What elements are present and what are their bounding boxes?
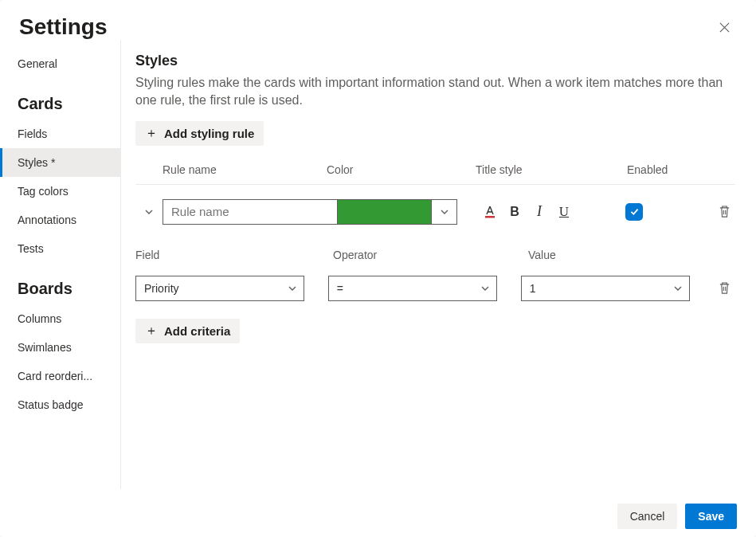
font-color-button[interactable] bbox=[483, 205, 497, 219]
enabled-checkbox[interactable] bbox=[625, 203, 643, 221]
sidebar: General Cards Fields Styles * Tag colors… bbox=[0, 40, 121, 489]
sidebar-item-general[interactable]: General bbox=[0, 49, 120, 78]
add-styling-rule-button[interactable]: ＋ Add styling rule bbox=[135, 121, 264, 146]
chevron-down-icon bbox=[288, 284, 297, 293]
col-header-title-style: Title style bbox=[476, 163, 627, 176]
chevron-down-icon bbox=[480, 284, 490, 293]
chevron-down-icon bbox=[144, 207, 154, 217]
color-picker[interactable] bbox=[337, 199, 457, 225]
section-description: Styling rules make the cards with import… bbox=[135, 74, 735, 110]
close-icon bbox=[719, 22, 731, 33]
rule-name-input[interactable] bbox=[163, 199, 338, 225]
expand-toggle[interactable] bbox=[135, 207, 163, 217]
save-button[interactable]: Save bbox=[685, 504, 737, 529]
sidebar-item-styles[interactable]: Styles * bbox=[0, 148, 120, 177]
font-color-icon bbox=[484, 205, 496, 219]
sidebar-item-annotations[interactable]: Annotations bbox=[0, 206, 120, 234]
plus-icon: ＋ bbox=[145, 324, 158, 337]
criteria-header-value: Value bbox=[528, 249, 735, 261]
col-header-color: Color bbox=[327, 163, 476, 176]
criteria-value-value: 1 bbox=[530, 282, 536, 295]
sidebar-item-swimlanes[interactable]: Swimlanes bbox=[0, 333, 120, 362]
sidebar-item-fields[interactable]: Fields bbox=[0, 120, 120, 148]
plus-icon: ＋ bbox=[145, 127, 158, 139]
sidebar-group-cards: Cards bbox=[0, 78, 120, 120]
delete-criteria-button[interactable] bbox=[714, 281, 735, 295]
checkmark-icon bbox=[629, 206, 640, 217]
criteria-operator-select[interactable]: = bbox=[328, 276, 497, 301]
add-styling-rule-label: Add styling rule bbox=[164, 127, 254, 140]
delete-rule-button[interactable] bbox=[713, 205, 735, 218]
svg-rect-0 bbox=[485, 216, 495, 218]
criteria-field-select[interactable]: Priority bbox=[135, 276, 304, 301]
criteria-header-operator: Operator bbox=[333, 249, 528, 261]
color-picker-caret bbox=[431, 200, 456, 224]
col-header-enabled: Enabled bbox=[627, 163, 695, 176]
criteria-operator-value: = bbox=[337, 282, 343, 295]
sidebar-item-tests[interactable]: Tests bbox=[0, 234, 120, 263]
trash-icon bbox=[719, 281, 731, 295]
criteria-header-field: Field bbox=[135, 249, 333, 261]
col-header-name: Rule name bbox=[163, 163, 327, 176]
dialog-title: Settings bbox=[19, 14, 107, 40]
chevron-down-icon bbox=[440, 207, 449, 217]
bold-button[interactable]: B bbox=[507, 205, 522, 219]
color-swatch bbox=[338, 200, 431, 224]
sidebar-item-card-reordering[interactable]: Card reorderi... bbox=[0, 362, 120, 390]
sidebar-item-status-badge[interactable]: Status badge bbox=[0, 390, 120, 419]
trash-icon bbox=[719, 205, 731, 218]
add-criteria-button[interactable]: ＋ Add criteria bbox=[135, 319, 240, 343]
underline-button[interactable]: U bbox=[557, 204, 571, 220]
close-button[interactable] bbox=[711, 14, 737, 40]
criteria-field-value: Priority bbox=[144, 282, 179, 295]
sidebar-item-columns[interactable]: Columns bbox=[0, 304, 120, 333]
add-criteria-label: Add criteria bbox=[164, 324, 230, 338]
criteria-value-select[interactable]: 1 bbox=[521, 276, 690, 301]
sidebar-group-boards: Boards bbox=[0, 263, 120, 304]
italic-button[interactable]: I bbox=[532, 203, 546, 220]
chevron-down-icon bbox=[673, 284, 683, 293]
sidebar-item-tag-colors[interactable]: Tag colors bbox=[0, 177, 120, 206]
section-title: Styles bbox=[135, 53, 735, 69]
cancel-button[interactable]: Cancel bbox=[617, 504, 678, 529]
